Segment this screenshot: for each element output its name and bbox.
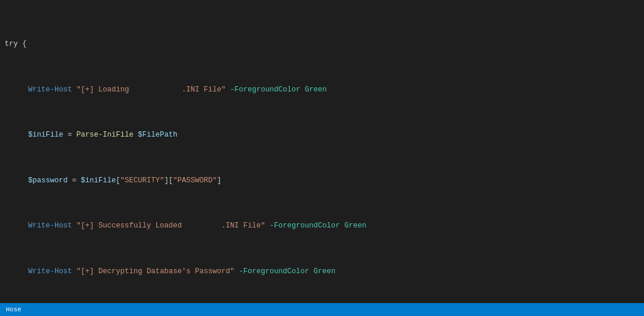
code-line-2: Write-Host "[+] Loading .INI File" -Fore…: [0, 84, 644, 96]
status-left: Hose: [6, 306, 21, 313]
code-line-3: $iniFile = Parse-IniFile $FilePath: [0, 130, 644, 141]
code-line-1: try {: [0, 39, 644, 50]
status-text: Hose: [6, 306, 21, 313]
code-line-5: Write-Host "[+] Successfully Loaded .INI…: [0, 220, 644, 232]
code-editor: try { Write-Host "[+] Loading .INI File"…: [0, 0, 644, 316]
status-bar: Hose: [0, 303, 644, 316]
code-line-4: $password = $iniFile["SECURITY"]["PASSWO…: [0, 175, 644, 186]
code-line-6: Write-Host "[+] Decrypting Database's Pa…: [0, 266, 644, 277]
